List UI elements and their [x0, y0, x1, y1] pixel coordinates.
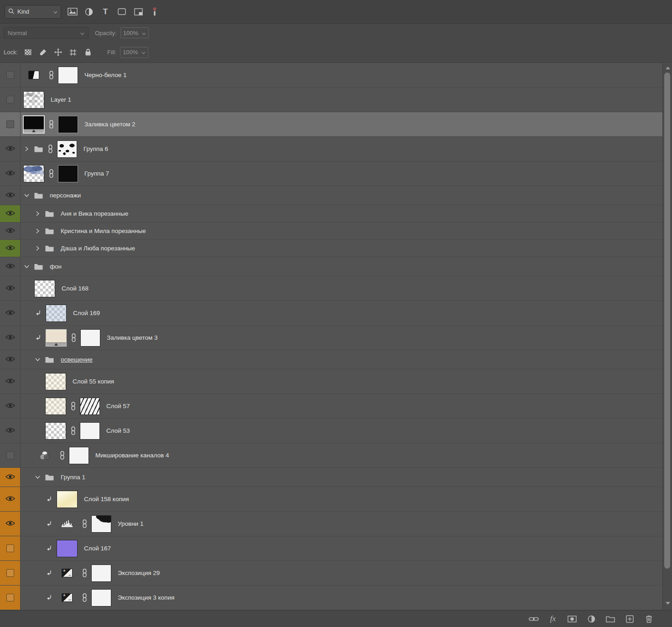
- chevron-down-icon[interactable]: [23, 194, 30, 197]
- link-mask-icon[interactable]: [70, 402, 76, 410]
- layer-row[interactable]: Layer 1: [0, 88, 672, 112]
- layer-row[interactable]: Даша и Люба порезанные: [0, 240, 672, 257]
- layer-row[interactable]: Уровни 1: [0, 512, 672, 536]
- layer-row[interactable]: Слой 55 копия: [0, 369, 672, 394]
- layer-name[interactable]: Аня и Вика порезанные: [61, 210, 128, 217]
- lock-transparency-icon[interactable]: [22, 47, 33, 58]
- layer-row[interactable]: Слой 53: [0, 419, 672, 443]
- layer-name[interactable]: Слой 167: [84, 545, 111, 552]
- layer-row[interactable]: Слой 169: [0, 301, 672, 326]
- layer-name[interactable]: Layer 1: [51, 96, 71, 103]
- scrollbar[interactable]: [662, 63, 672, 610]
- chevron-down-icon[interactable]: [23, 265, 30, 268]
- layer-mask-thumbnail[interactable]: [58, 116, 78, 133]
- layer-name[interactable]: Уровни 1: [118, 520, 143, 527]
- layer-thumbnail[interactable]: [45, 422, 66, 440]
- chevron-right-icon[interactable]: [34, 211, 41, 216]
- layer-mask-thumbnail[interactable]: [69, 447, 89, 464]
- link-mask-icon[interactable]: [70, 426, 76, 435]
- visibility-toggle[interactable]: [0, 512, 21, 536]
- fill-input[interactable]: 100%: [120, 47, 148, 58]
- layer-mask-thumbnail[interactable]: [80, 329, 100, 347]
- link-mask-icon[interactable]: [47, 145, 53, 153]
- layer-row[interactable]: +−Экспозиция 3 копия: [0, 586, 672, 610]
- new-group-icon[interactable]: [605, 614, 615, 624]
- link-mask-icon[interactable]: [59, 451, 65, 460]
- opacity-input[interactable]: 100%: [120, 27, 149, 38]
- layer-row[interactable]: Заливка цветом 3: [0, 326, 672, 350]
- layer-row[interactable]: Слой 168: [0, 276, 672, 301]
- layer-name[interactable]: фон: [50, 263, 62, 270]
- chevron-down-icon[interactable]: [34, 476, 41, 479]
- visibility-toggle[interactable]: [0, 112, 21, 136]
- lock-pixels-icon[interactable]: [37, 47, 48, 58]
- visibility-toggle[interactable]: [0, 63, 21, 87]
- layer-name[interactable]: Слой 55 копия: [73, 378, 114, 385]
- delete-layer-icon[interactable]: [644, 614, 654, 624]
- visibility-toggle[interactable]: [0, 223, 21, 239]
- lock-position-icon[interactable]: [52, 47, 63, 58]
- visibility-toggle[interactable]: [0, 468, 21, 487]
- exposure-adjustment-icon[interactable]: +−: [57, 593, 78, 602]
- layer-row[interactable]: Слой 158 копия: [0, 487, 672, 512]
- layer-name[interactable]: персонажи: [50, 192, 81, 199]
- layer-name[interactable]: Слой 53: [106, 427, 130, 434]
- visibility-toggle[interactable]: [0, 394, 21, 418]
- layer-thumbnail[interactable]: [45, 373, 66, 390]
- chevron-right-icon[interactable]: [34, 228, 41, 233]
- add-layer-mask-icon[interactable]: [567, 614, 577, 624]
- scroll-up-arrow-icon[interactable]: [663, 64, 672, 72]
- layer-row[interactable]: Слой 57: [0, 394, 672, 419]
- visibility-toggle[interactable]: [0, 419, 21, 443]
- visibility-toggle[interactable]: [0, 161, 21, 186]
- visibility-toggle[interactable]: [0, 326, 21, 350]
- visibility-toggle[interactable]: [0, 137, 21, 161]
- new-adjustment-layer-icon[interactable]: [586, 614, 596, 624]
- link-mask-icon[interactable]: [48, 120, 54, 129]
- visibility-toggle[interactable]: [0, 301, 21, 325]
- layer-name[interactable]: Слой 168: [62, 285, 89, 292]
- layer-name[interactable]: Слой 57: [106, 403, 130, 409]
- layer-row[interactable]: Группа 7: [0, 161, 672, 186]
- visibility-toggle[interactable]: [0, 586, 21, 610]
- visibility-toggle[interactable]: [0, 276, 21, 301]
- layer-row[interactable]: +−Экспозиция 29: [0, 561, 672, 586]
- layer-name[interactable]: Группа 6: [83, 145, 108, 152]
- lock-artboard-icon[interactable]: [68, 47, 78, 58]
- layer-thumbnail[interactable]: [23, 165, 44, 182]
- layer-name[interactable]: Заливка цветом 3: [107, 334, 158, 341]
- type-filter-icon[interactable]: T: [99, 6, 111, 18]
- scroll-down-arrow-icon[interactable]: [663, 600, 672, 607]
- exposure-adjustment-icon[interactable]: +−: [57, 569, 78, 577]
- lock-all-icon[interactable]: [83, 47, 94, 58]
- layer-name[interactable]: Экспозиция 29: [118, 570, 160, 576]
- chevron-right-icon[interactable]: [34, 246, 41, 251]
- fill-color-thumbnail[interactable]: [46, 329, 67, 347]
- layer-row[interactable]: освещение: [0, 350, 672, 369]
- black-white-adjustment-icon[interactable]: [23, 71, 44, 79]
- link-mask-icon[interactable]: [48, 169, 54, 178]
- smart-object-filter-icon[interactable]: [132, 6, 144, 18]
- visibility-toggle[interactable]: [0, 561, 21, 585]
- layer-thumbnail[interactable]: [23, 91, 44, 109]
- link-mask-icon[interactable]: [48, 71, 54, 79]
- link-mask-icon[interactable]: [82, 593, 87, 602]
- layer-row[interactable]: персонажи: [0, 186, 672, 205]
- filter-toggle-icon[interactable]: [149, 6, 161, 18]
- layer-mask-thumbnail[interactable]: [91, 589, 111, 606]
- layer-name[interactable]: Экспозиция 3 копия: [118, 594, 174, 601]
- fill-color-thumbnail[interactable]: [23, 116, 44, 133]
- adjustment-filter-icon[interactable]: [83, 6, 95, 18]
- layer-mask-thumbnail[interactable]: [80, 422, 100, 440]
- new-layer-icon[interactable]: [625, 614, 635, 624]
- chevron-right-icon[interactable]: [23, 146, 30, 151]
- layer-row[interactable]: Слой 167: [0, 536, 672, 561]
- layer-name[interactable]: Кристина и Мила порезанные: [61, 228, 146, 234]
- layer-name[interactable]: Заливка цветом 2: [84, 121, 135, 128]
- layer-thumbnail[interactable]: [57, 491, 78, 508]
- layer-row[interactable]: Черно-белое 1: [0, 63, 672, 88]
- layer-name[interactable]: Слой 158 копия: [84, 496, 129, 503]
- layer-thumbnail[interactable]: [57, 540, 78, 557]
- layer-mask-thumbnail[interactable]: [91, 565, 111, 582]
- visibility-toggle[interactable]: [0, 186, 21, 205]
